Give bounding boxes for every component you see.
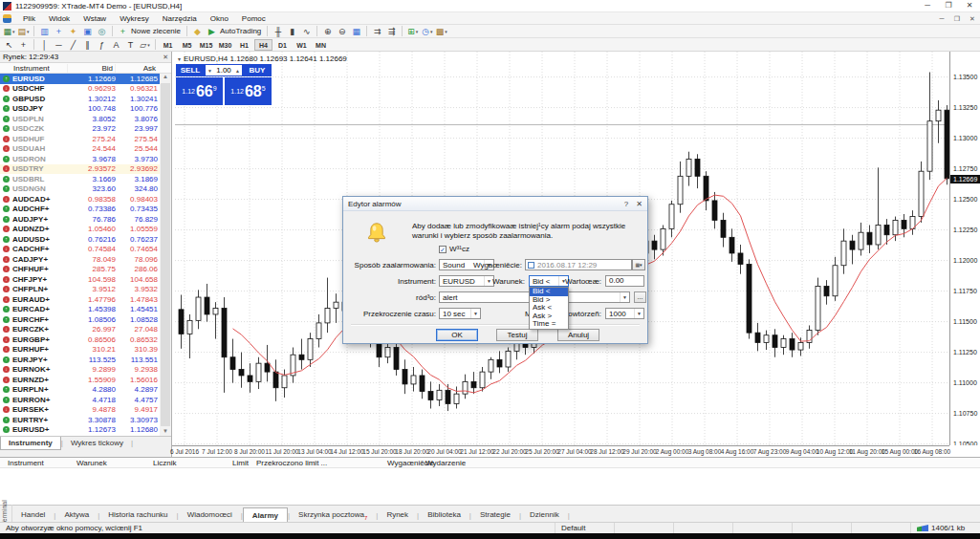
market-watch-row[interactable]: ↓AUDNZD+1.054601.05559 [0,225,160,235]
autoscroll-icon[interactable]: ⇉ [370,25,384,37]
test-button[interactable]: Testuj [496,329,538,341]
tile-windows-icon[interactable]: ▦ [349,25,363,37]
strategy-tester-icon[interactable]: ◎ [95,25,109,37]
sell-button[interactable]: SELL [176,64,205,76]
alerts-column-przekroczono-limit-[interactable]: Przekroczono limit ... [256,459,327,467]
chart-shift-icon[interactable]: ⇶ [384,25,399,37]
terminal-tab-dziennik[interactable]: Dziennik [521,507,568,522]
timeframe-w1[interactable]: W1 [293,39,311,51]
terminal-tab-skrzynka-pocztowa[interactable]: Skrzynka pocztowa7 [290,507,376,522]
new-chart-icon[interactable]: ▦▾ [2,25,16,37]
timeframe-h4[interactable]: H4 [254,39,272,51]
date-picker-icon[interactable]: ▦▾ [632,259,645,270]
market-watch-row[interactable]: ↑GBPUSD1.302121.30241 [0,94,160,104]
crosshair-tool[interactable]: + [16,38,31,51]
menu-pomoc[interactable]: Pomoc [235,12,272,25]
chart-close-button[interactable]: ✕ [965,13,980,24]
templates-icon[interactable]: ▩▾ [434,25,448,37]
value-input[interactable]: 0.00 [605,275,644,287]
price-axis[interactable]: 1.135001.132501.130001.127501.125001.122… [949,52,980,445]
market-watch-row[interactable]: ↑EURRON+4.47184.4757 [0,395,160,405]
trendline-tool[interactable]: ╱ [66,38,80,51]
horizontal-line-tool[interactable]: ─ [52,38,66,51]
candle-chart-icon[interactable]: ▮ [285,25,299,37]
market-watch-row[interactable]: ↓CHFJPY+104.598104.658 [0,274,160,285]
zoom-in-icon[interactable]: ⊕ [320,25,335,37]
timeout-select[interactable]: 10 sec▼ [439,308,481,319]
max-repeats-select[interactable]: 1000▼ [605,308,644,319]
market-watch-row[interactable]: ↑EURPLN+4.28804.2897 [0,385,160,396]
market-watch-row[interactable]: ↑AUDCHF+0.733860.73435 [0,205,160,215]
terminal-tab-biblioteka[interactable]: Biblioteka [419,507,469,522]
metaeditor-icon[interactable]: ◆ [190,25,205,37]
new-order-button-label[interactable]: Nowe zlecenie [131,27,181,35]
market-watch-row[interactable]: ↑EURJPY+113.525113.551 [0,355,160,365]
ok-button[interactable]: OK [436,329,478,341]
chart-restore-button[interactable]: ❐ [949,13,965,24]
enable-checkbox[interactable]: ✓ W³¹cz [439,245,469,253]
shapes-tool[interactable]: ▱▾ [138,38,152,51]
market-watch-row[interactable]: ↓CHFHUF+285.75286.06 [0,265,160,275]
terminal-tab-alarmy[interactable]: Alarmy [243,507,288,522]
timeframe-m1[interactable]: M1 [159,39,177,51]
market-watch-close-icon[interactable]: ✕ [163,54,168,61]
scroll-up-icon[interactable]: ▲ [160,74,171,81]
volume-down-icon[interactable]: ▼ [206,68,214,74]
terminal-tab-historia-rachunku[interactable]: Historia rachunku [99,507,176,522]
text-tool[interactable]: A [109,38,123,51]
indicators-icon[interactable]: ⊞▾ [405,25,420,37]
menu-plik[interactable]: Plik [16,12,42,25]
market-watch-icon[interactable]: ▥ [37,25,52,37]
alerts-column-limit[interactable]: Limit [232,459,249,467]
column-bid[interactable]: Bid [68,64,116,73]
market-watch-row[interactable]: ↑USDRON3.96783.9730 [0,154,160,164]
market-watch-row[interactable]: ↑EURCHF+1.085061.08528 [0,314,160,325]
volume-up-icon[interactable]: ▲ [233,68,242,74]
market-watch-tab-tick-chart[interactable]: Wykres tickowy [63,437,131,450]
market-watch-row[interactable]: ↓EURCZK+26.99727.048 [0,325,160,335]
market-watch-row[interactable]: ↑USDBRL3.16693.1869 [0,174,160,184]
dialog-titlebar[interactable]: Edytor alarmów ? ✕ [343,197,647,211]
column-instrument[interactable]: Instrument [0,64,68,73]
market-watch-tab-instruments[interactable]: Instrumenty [0,437,61,450]
market-watch-row[interactable]: ↑EURUSD1.126691.12685 [0,74,160,84]
terminal-tab-strategie[interactable]: Strategie [471,507,519,522]
terminal-tab-aktywa[interactable]: Aktywa [55,507,98,522]
terminal-tab-rynek[interactable]: Rynek [378,507,417,522]
market-watch-scrollbar[interactable]: ▲ ▼ [160,74,171,436]
market-watch-row[interactable]: ↓USDUAH24.54425.544 [0,144,160,155]
chart-minimize-button[interactable]: ─ [934,13,949,24]
market-watch-row[interactable]: ↓USDHUF275.24275.54 [0,134,160,144]
market-watch-row[interactable]: ↓USDTRY2.935722.93692 [0,164,160,175]
market-watch-row[interactable]: ↑USDCZK23.97223.997 [0,124,160,135]
line-chart-icon[interactable]: ∿ [299,25,314,37]
new-order-button[interactable]: + [116,25,130,37]
expiry-field[interactable]: 2016.08.17 12:29 [525,259,632,270]
timeframe-m5[interactable]: M5 [178,39,196,51]
channel-tool[interactable]: ∥ [80,38,95,51]
condition-option[interactable]: Time = [530,320,568,329]
scroll-down-icon[interactable]: ▼ [160,428,171,436]
terminal-tab-handel[interactable]: Handel [12,507,54,522]
market-watch-row[interactable]: ↑AUDUSD+0.762160.76237 [0,234,160,245]
dialog-close-button[interactable]: ✕ [636,200,642,208]
menu-wykresy[interactable]: Wykresy [113,12,156,25]
minimize-button[interactable]: ─ [917,0,938,11]
market-watch-row[interactable]: ↑AUDJPY+76.78676.829 [0,214,160,225]
alerts-column-wydarzenie[interactable]: Wydarzenie [425,459,466,467]
alerts-column-instrument[interactable]: Instrument [8,459,44,467]
alerts-column-licznik[interactable]: Licznik [153,459,176,467]
market-watch-row[interactable]: ↑EURUSD+1.126731.12680 [0,425,160,436]
terminal-tab-wiadomo-ci[interactable]: Wiadomoœci [179,507,241,522]
fibonacci-tool[interactable]: ƒ [95,38,109,51]
market-watch-row[interactable]: ↓EURAUD+1.477961.47843 [0,294,160,305]
bar-chart-icon[interactable]: ╫ [271,25,285,37]
market-watch-row[interactable]: ↑USDPLN3.80523.8076 [0,114,160,124]
market-watch-row[interactable]: ↓EURHUF+310.21310.39 [0,345,160,356]
browse-button[interactable]: ... [634,291,646,303]
autotrading-button-label[interactable]: AutoTrading [220,27,261,35]
market-watch-row[interactable]: ↓USDCHF0.962930.96321 [0,84,160,95]
volume-value[interactable]: 1.00 [214,66,233,75]
profiles-icon[interactable]: ▤▾ [16,25,31,37]
market-watch-row[interactable]: ↓EURSEK+9.48789.4917 [0,405,160,416]
